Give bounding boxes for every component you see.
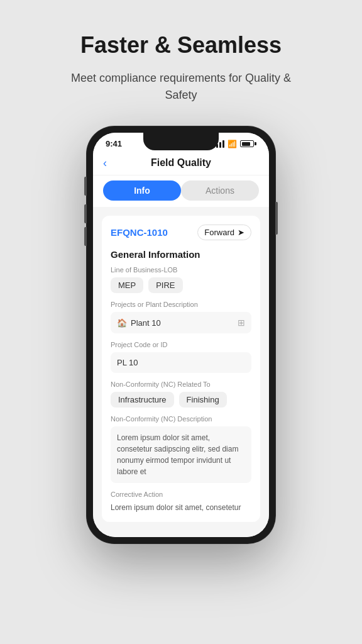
project-code-input[interactable]: PL 10: [111, 352, 251, 373]
page-headline: Faster & Seamless: [80, 31, 282, 58]
corrective-section: Corrective Action Lorem ipsum dolor sit …: [111, 491, 251, 513]
corrective-value: Lorem ipsum dolor sit amet, consetetur: [111, 502, 251, 513]
status-time: 9:41: [106, 139, 122, 148]
phone-screen: 9:41 📶 ‹ Field Quality Info: [93, 133, 269, 537]
main-card: EFQNC-1010 Forward ➤ General Information…: [102, 216, 260, 522]
section-general-info: General Information: [111, 249, 251, 260]
wifi-icon: 📶: [228, 140, 237, 148]
project-code-label: Project Code or ID: [111, 341, 251, 348]
forward-icon: ➤: [238, 228, 244, 237]
screen-title: Field Quality: [151, 157, 211, 169]
tab-bar: Info Actions: [93, 175, 269, 207]
page-subtitle: Meet compliance requirements for Quality…: [62, 70, 300, 104]
content-area: EFQNC-1010 Forward ➤ General Information…: [93, 207, 269, 537]
nc-related-tag-group: Infrastructure Finishing: [111, 392, 251, 408]
nc-tag-infrastructure[interactable]: Infrastructure: [111, 392, 174, 408]
lob-tag-mep[interactable]: MEP: [111, 277, 143, 293]
status-icons: 📶: [213, 140, 256, 148]
corrective-label: Corrective Action: [111, 491, 251, 498]
app-header: ‹ Field Quality: [93, 152, 269, 175]
nc-related-label: Non-Conformity (NC) Related To: [111, 380, 251, 388]
project-input[interactable]: 🏠 Plant 10 ⊞: [111, 312, 251, 333]
battery-icon: [240, 140, 256, 147]
project-code-value: PL 10: [117, 358, 138, 367]
forward-button[interactable]: Forward ➤: [197, 225, 251, 240]
phone-notch: [143, 133, 219, 150]
lob-tag-group: MEP PIRE: [111, 277, 251, 293]
record-id: EFQNC-1010: [111, 227, 168, 238]
lob-tag-pire[interactable]: PIRE: [148, 277, 182, 293]
project-label: Projects or Plant Description: [111, 301, 251, 308]
project-value: Plant 10: [131, 318, 238, 328]
project-expand-icon: ⊞: [238, 318, 245, 328]
card-header: EFQNC-1010 Forward ➤: [111, 225, 251, 240]
tab-info[interactable]: Info: [103, 180, 181, 201]
nc-description-value: Lorem ipsum dolor sit amet, consetetur s…: [111, 426, 251, 483]
nc-description-label: Non-Conformity (NC) Description: [111, 415, 251, 423]
nc-tag-finishing[interactable]: Finishing: [179, 392, 227, 408]
lob-label: Line of Business-LOB: [111, 266, 251, 274]
tab-actions[interactable]: Actions: [181, 180, 259, 201]
back-button[interactable]: ‹: [103, 157, 107, 170]
forward-label: Forward: [204, 228, 234, 237]
phone-mockup: 9:41 📶 ‹ Field Quality Info: [87, 126, 275, 543]
project-input-icon: 🏠: [117, 318, 127, 328]
